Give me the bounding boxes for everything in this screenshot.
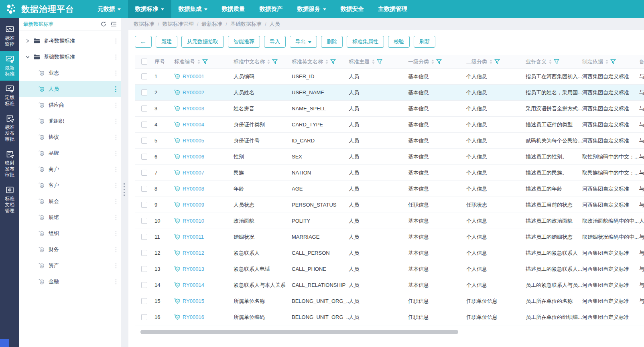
row-checkbox[interactable]: [141, 234, 147, 240]
sort-icon[interactable]: [605, 59, 609, 64]
sort-icon[interactable]: [431, 59, 435, 64]
sort-icon[interactable]: [372, 59, 375, 64]
row-checkbox[interactable]: [141, 282, 147, 288]
table-row[interactable]: 7标RY00007民族NATION人员基本信息个人信息描述员工的民族。取民族编码…: [135, 165, 644, 181]
standard-code-link[interactable]: 标RY00009: [174, 202, 204, 208]
tree-node-agreement[interactable]: 标协议: [19, 129, 121, 145]
chevron-down-icon[interactable]: [26, 55, 32, 59]
table-row[interactable]: 5标RY00005身份证件号ID_CARD人员基本信息个人信息赋码机关为每个公民…: [135, 133, 644, 149]
node-actions-icon[interactable]: [115, 86, 116, 92]
tree-node-personnel[interactable]: 标人员: [19, 81, 121, 97]
delete-button[interactable]: 删除: [321, 36, 343, 48]
node-actions-icon[interactable]: [116, 263, 117, 268]
nav-item-data-standard[interactable]: 数据标准: [128, 0, 171, 18]
filter-icon[interactable]: [377, 59, 382, 64]
standard-code-link[interactable]: 标RY00015: [174, 298, 204, 304]
rail-item-latest-standard[interactable]: 最新标准: [0, 51, 19, 81]
table-row[interactable]: 4标RY00004身份证件类别CARD_TYPE人员基本信息个人信息描述员工证件…: [135, 117, 644, 133]
tree-node-business-format[interactable]: 标业态: [19, 65, 121, 81]
node-actions-icon[interactable]: [116, 279, 117, 284]
nav-item-metadata[interactable]: 元数据: [90, 0, 128, 18]
tree-node-organization[interactable]: 标组织: [19, 225, 121, 241]
table-row[interactable]: 6标RY00006性别SEX人员基本信息个人信息描述员工的性别。取性别编码中的中…: [135, 149, 644, 165]
standard-code-link[interactable]: 标RY00014: [174, 282, 204, 288]
row-checkbox[interactable]: [141, 218, 147, 224]
breadcrumb-item[interactable]: 数据标准: [134, 20, 154, 28]
nav-item-data-service[interactable]: 数据服务: [290, 0, 333, 18]
node-actions-icon[interactable]: [116, 119, 117, 124]
tree-node-reference-data-standard[interactable]: 参考数据标准: [19, 33, 121, 49]
table-row[interactable]: 8标RY00008年龄AGE人员基本信息个人信息描述员工的年龄河西集团自定义标准…: [135, 181, 644, 197]
node-actions-icon[interactable]: [116, 247, 117, 252]
nav-item-master-data[interactable]: 主数据管理: [371, 0, 415, 18]
collapse-tree-icon[interactable]: [110, 21, 117, 27]
standard-code-link[interactable]: 标RY00006: [174, 154, 204, 160]
row-checkbox[interactable]: [141, 298, 147, 304]
select-all-checkbox[interactable]: [141, 59, 147, 65]
filter-icon[interactable]: [610, 59, 616, 64]
node-actions-icon[interactable]: [116, 39, 117, 44]
node-actions-icon[interactable]: [116, 231, 117, 236]
export-button[interactable]: 导出: [290, 36, 317, 48]
horizontal-scrollbar-thumb[interactable]: [140, 330, 458, 334]
tree-node-brand[interactable]: 标品牌: [19, 145, 121, 161]
tree-node-merchant[interactable]: 标商户: [19, 161, 121, 177]
row-checkbox[interactable]: [141, 106, 147, 112]
standard-code-link[interactable]: 标RY00003: [174, 106, 204, 112]
rail-item-standard-monitor[interactable]: 标准监控: [0, 21, 19, 51]
table-row[interactable]: 13标RY00013紧急联系人电话CALL_PHONE人员基本信息个人信息描述员…: [135, 261, 644, 277]
filter-icon[interactable]: [202, 59, 208, 64]
refresh-icon[interactable]: [101, 21, 106, 27]
node-actions-icon[interactable]: [116, 55, 117, 60]
sort-icon[interactable]: [549, 59, 552, 64]
chevron-right-icon[interactable]: [26, 39, 32, 43]
row-checkbox[interactable]: [141, 170, 147, 176]
filter-icon[interactable]: [494, 59, 500, 64]
tree-node-finance[interactable]: 标财务: [19, 241, 121, 258]
standard-code-link[interactable]: 标RY00008: [174, 186, 204, 192]
row-checkbox[interactable]: [141, 89, 147, 95]
table-row[interactable]: 1标RY00001人员编码USER_ID人员基本信息个人信息指员工在河西集团初入…: [135, 69, 644, 85]
tree-node-customer[interactable]: 标客户: [19, 177, 121, 193]
refresh-button[interactable]: 刷新: [414, 36, 435, 48]
node-actions-icon[interactable]: [116, 183, 117, 188]
rail-item-standard-doc-management[interactable]: 标准文档管理: [0, 182, 19, 217]
table-row[interactable]: 15标RY00015所属单位名称BELONG_UNIT_ORG_...人员任职信…: [135, 293, 644, 309]
validate-button[interactable]: 校验: [388, 36, 410, 48]
sort-icon[interactable]: [325, 59, 329, 64]
tree-node-supplier[interactable]: 标供应商: [19, 97, 121, 113]
rail-bottom-button[interactable]: [0, 339, 9, 347]
standard-code-link[interactable]: 标RY00007: [174, 170, 204, 176]
tree-node-asset[interactable]: 标资产: [19, 258, 121, 274]
node-actions-icon[interactable]: [116, 71, 117, 76]
import-button[interactable]: 导入: [264, 36, 286, 48]
table-row[interactable]: 10标RY00010政治面貌POLITY人员基本信息个人信息描述员工的政治面貌取…: [135, 213, 644, 229]
standard-code-link[interactable]: 标RY00011: [174, 234, 204, 240]
row-checkbox[interactable]: [141, 73, 147, 79]
node-actions-icon[interactable]: [116, 151, 117, 156]
pick-from-metadata-button[interactable]: 从元数据拾取: [181, 36, 224, 48]
breadcrumb-item[interactable]: 数据标准管理: [163, 20, 194, 28]
row-checkbox[interactable]: [141, 314, 147, 320]
nav-item-data-security[interactable]: 数据安全: [333, 0, 371, 18]
node-actions-icon[interactable]: [116, 103, 117, 108]
tree-node-exhibition[interactable]: 标展会: [19, 193, 121, 209]
row-checkbox[interactable]: [141, 186, 147, 192]
create-button[interactable]: 新建: [156, 36, 177, 48]
back-button[interactable]: ←: [135, 36, 152, 48]
rail-item-fixed-standard[interactable]: 定版标准: [0, 81, 19, 110]
breadcrumb-item[interactable]: 最新标准: [201, 20, 222, 28]
row-checkbox[interactable]: [141, 250, 147, 256]
table-row[interactable]: 14标RY00014紧急联系人与本人关系CALL_RELATIONSHIP人员基…: [135, 277, 644, 293]
rail-item-standard-publish-approval[interactable]: 标准发布审批: [0, 110, 19, 146]
table-row[interactable]: 12标RY00012紧急联系人CALL_PERSON人员基本信息个人信息描述员工…: [135, 245, 644, 261]
filter-icon[interactable]: [436, 59, 442, 64]
row-checkbox[interactable]: [141, 154, 147, 160]
filter-icon[interactable]: [272, 59, 278, 64]
standard-code-link[interactable]: 标RY00013: [174, 266, 204, 272]
standard-code-link[interactable]: 标RY00016: [174, 314, 204, 320]
breadcrumb-item[interactable]: 基础数据标准: [230, 20, 262, 28]
node-actions-icon[interactable]: [116, 135, 117, 140]
standard-set-props-button[interactable]: 标准集属性: [347, 36, 384, 48]
table-row[interactable]: 9标RY00009人员状态PERSON_STATUS人员任职信息任职状态描述员工…: [135, 197, 644, 213]
